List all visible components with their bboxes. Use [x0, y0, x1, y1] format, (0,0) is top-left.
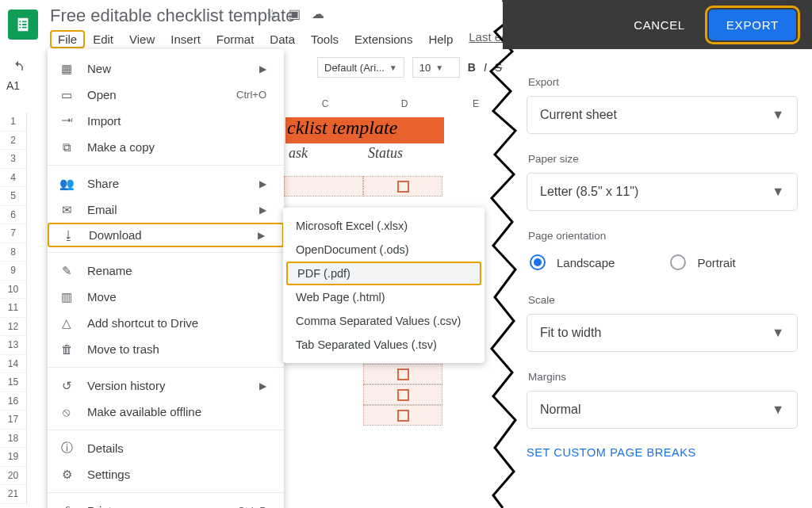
file-menu-details[interactable]: ⓘ Details — [48, 435, 284, 461]
cancel-button[interactable]: CANCEL — [622, 10, 695, 40]
copy-icon: ⧉ — [59, 140, 75, 155]
submenu-arrow-icon: ▶ — [258, 230, 265, 241]
status-header-cell[interactable]: Status — [365, 145, 444, 162]
row-header[interactable]: 9 — [0, 262, 26, 281]
checkbox-icon[interactable] — [397, 369, 409, 380]
checkbox-icon[interactable] — [397, 181, 409, 193]
export-button[interactable]: EXPORT — [709, 10, 796, 40]
undo-icon[interactable] — [11, 60, 25, 74]
row-header[interactable]: 21 — [0, 485, 26, 504]
file-menu-open[interactable]: ▭ Open Ctrl+O — [48, 82, 284, 108]
row-header[interactable]: 14 — [0, 355, 26, 374]
strikethrough-button[interactable]: S — [495, 61, 502, 74]
orientation-landscape-radio[interactable]: Landscape — [530, 254, 615, 270]
row-header[interactable]: 13 — [0, 336, 26, 355]
row-header[interactable]: 3 — [0, 150, 26, 169]
row-header[interactable]: 11 — [0, 299, 26, 318]
download-xlsx[interactable]: Microsoft Excel (.xlsx) — [283, 214, 485, 238]
cloud-status-icon: ☁ — [312, 6, 324, 21]
sheets-logo[interactable] — [8, 10, 38, 40]
file-menu-settings[interactable]: ⚙ Settings — [48, 461, 284, 487]
row-header[interactable]: 5 — [0, 187, 26, 206]
row-header[interactable]: 4 — [0, 169, 26, 188]
row-header[interactable]: 15 — [0, 373, 26, 392]
menu-format[interactable]: Format — [209, 30, 262, 48]
checkbox-cell[interactable] — [363, 405, 442, 426]
col-header[interactable]: C — [285, 98, 365, 109]
download-pdf[interactable]: PDF (.pdf) — [286, 262, 481, 285]
download-csv[interactable]: Comma Separated Values (.csv) — [283, 309, 485, 333]
row-header[interactable]: 18 — [0, 430, 26, 449]
history-icon: ↺ — [59, 379, 75, 393]
row-header[interactable]: 6 — [0, 206, 26, 225]
scale-select[interactable]: Fit to width ▼ — [527, 314, 798, 352]
title-cell[interactable]: cklist template — [285, 117, 444, 143]
file-menu-email[interactable]: ✉ Email ▶ — [48, 197, 284, 223]
file-menu-make-copy[interactable]: ⧉ Make a copy — [48, 134, 284, 160]
file-menu-print[interactable]: ⎙ Print Ctrl+P — [48, 498, 284, 508]
row-header[interactable]: 20 — [0, 467, 26, 486]
row-header[interactable]: 17 — [0, 411, 26, 430]
file-menu-version-history[interactable]: ↺ Version history ▶ — [48, 372, 284, 399]
row-header[interactable]: 10 — [0, 281, 26, 300]
checkbox-icon[interactable] — [397, 389, 409, 401]
row-header[interactable]: 19 — [0, 448, 26, 467]
scale-label: Scale — [528, 294, 798, 306]
share-icon: 👥 — [59, 177, 75, 191]
move-folder-icon[interactable]: ▣ — [289, 6, 301, 21]
file-menu-rename[interactable]: ✎ Rename — [48, 258, 284, 284]
file-menu-label: Add shortcut to Drive — [87, 316, 266, 330]
file-menu-new[interactable]: ▦ New ▶ — [48, 55, 284, 82]
orientation-portrait-radio[interactable]: Portrait — [670, 254, 735, 270]
col-header[interactable]: E — [444, 98, 508, 109]
export-scope-select[interactable]: Current sheet ▼ — [527, 96, 798, 134]
font-size-select[interactable]: 10▼ — [412, 57, 460, 78]
menu-help[interactable]: Help — [420, 30, 461, 48]
font-select[interactable]: Default (Ari...▼ — [317, 57, 404, 78]
row-header[interactable]: 16 — [0, 392, 26, 411]
file-menu-label: Open — [87, 88, 224, 101]
menubar: File Edit View Insert Format Data Tools … — [50, 30, 577, 48]
chevron-down-icon: ▼ — [772, 326, 784, 340]
radio-unselected-icon — [670, 254, 686, 270]
row-header[interactable]: 12 — [0, 318, 26, 337]
file-menu-import[interactable]: ⭲ Import — [48, 108, 284, 134]
bold-button[interactable]: B — [468, 61, 476, 74]
menu-extensions[interactable]: Extensions — [347, 30, 420, 48]
menu-edit[interactable]: Edit — [85, 30, 121, 48]
download-tsv[interactable]: Tab Separated Values (.tsv) — [283, 333, 485, 357]
paper-size-select[interactable]: Letter (8.5" x 11") ▼ — [527, 173, 798, 211]
task-header-cell[interactable]: ask — [285, 145, 365, 162]
checkbox-cell[interactable] — [363, 384, 442, 405]
menu-tools[interactable]: Tools — [303, 30, 347, 48]
menu-insert[interactable]: Insert — [163, 30, 209, 48]
row-header[interactable]: 8 — [0, 243, 26, 262]
file-menu-trash[interactable]: 🗑 Move to trash — [48, 336, 284, 362]
checkbox-cell[interactable] — [363, 364, 442, 384]
file-menu-share[interactable]: 👥 Share ▶ — [48, 170, 284, 197]
file-menu-add-shortcut[interactable]: △ Add shortcut to Drive — [48, 310, 284, 336]
row-header[interactable]: 7 — [0, 224, 26, 243]
row-header[interactable]: 1 — [0, 113, 26, 132]
download-ods[interactable]: OpenDocument (.ods) — [283, 238, 485, 262]
checkbox-icon[interactable] — [397, 410, 409, 422]
download-html[interactable]: Web Page (.html) — [283, 285, 485, 309]
file-menu-offline[interactable]: ⦸ Make available offline — [48, 399, 284, 425]
task-cell[interactable] — [284, 176, 363, 197]
menu-view[interactable]: View — [121, 30, 163, 48]
menu-file[interactable]: File — [50, 30, 85, 48]
file-menu-move[interactable]: ▥ Move — [48, 284, 284, 310]
col-header[interactable]: D — [365, 98, 444, 109]
checkbox-cell[interactable] — [363, 176, 442, 197]
star-icon[interactable]: ☆ — [266, 6, 278, 21]
set-custom-page-breaks-button[interactable]: SET CUSTOM PAGE BREAKS — [527, 446, 798, 459]
italic-button[interactable]: I — [484, 61, 487, 74]
submenu-arrow-icon: ▶ — [259, 178, 266, 189]
file-menu-download[interactable]: ⭳ Download ▶ — [48, 223, 284, 247]
margins-select[interactable]: Normal ▼ — [527, 391, 798, 429]
menu-data[interactable]: Data — [262, 30, 303, 48]
name-box[interactable]: A1 — [6, 79, 35, 92]
chevron-down-icon: ▼ — [772, 108, 784, 122]
document-title[interactable]: Free editable checklist template — [50, 6, 295, 26]
row-header[interactable]: 2 — [0, 132, 26, 151]
